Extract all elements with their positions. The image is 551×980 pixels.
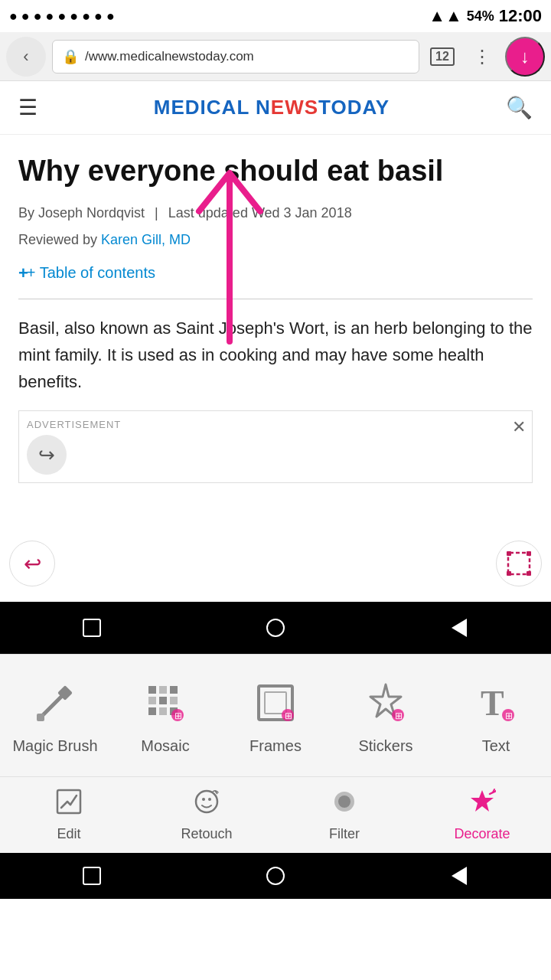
webpage-container: ☰ MEDICAL NEWSTODAY 🔍 Why everyone shoul… (0, 81, 551, 602)
svg-point-38 (338, 795, 350, 808)
text-icon: T ⊞ (469, 676, 523, 730)
decorate-label: Decorate (454, 826, 510, 842)
toc-link[interactable]: + + Table of contents (18, 263, 533, 283)
svg-rect-12 (159, 697, 167, 704)
magic-brush-icon (28, 676, 82, 730)
reviewed-by: Reviewed by Karen Gill, MD (18, 232, 533, 248)
battery-icon: 54% (467, 8, 494, 24)
tab-decorate[interactable]: Decorate (413, 788, 551, 842)
notification-icons: ● ● ● ● ● ● ● ● ● (9, 8, 115, 24)
browser-menu-button[interactable]: ⋮ (465, 40, 499, 74)
magic-brush-label: Magic Brush (12, 737, 97, 755)
svg-rect-2 (527, 551, 531, 556)
tab-filter[interactable]: Filter (276, 788, 413, 842)
bottom-toolbar: Magic Brush ⊞ Mosaic (0, 654, 551, 776)
filter-label: Filter (329, 826, 360, 842)
article-divider (18, 299, 533, 299)
app-nav-back[interactable] (444, 861, 474, 891)
app-nav-recents[interactable] (77, 861, 107, 891)
mosaic-label: Mosaic (141, 737, 189, 755)
svg-point-33 (196, 791, 217, 812)
search-icon[interactable]: 🔍 (506, 95, 533, 120)
back-icon (452, 619, 467, 637)
app-recents-icon (83, 867, 101, 885)
edit-label: Edit (57, 826, 80, 842)
svg-rect-0 (508, 553, 530, 574)
floating-back-button[interactable]: ↩ (9, 541, 55, 586)
author: By Joseph Nordqvist (18, 205, 145, 220)
logo-medical: M (154, 96, 171, 119)
decorate-icon (468, 788, 496, 822)
status-right: ▲▲ 54% 12:00 (429, 6, 542, 26)
url-bar[interactable]: 🔒 /www.medicalnewstoday.com (52, 40, 419, 74)
edit-icon (55, 788, 83, 822)
hamburger-icon[interactable]: ☰ (18, 95, 37, 120)
text-label: Text (482, 737, 510, 755)
svg-text:⊞: ⊞ (174, 710, 182, 721)
bottom-nav: Edit Retouch Filter (0, 776, 551, 853)
ad-forward-icon: ↪ (38, 443, 55, 467)
svg-rect-9 (159, 686, 167, 694)
article-content: Why everyone should eat basil By Joseph … (0, 135, 551, 395)
download-button[interactable]: ↓ (505, 37, 545, 77)
stickers-label: Stickers (358, 737, 412, 755)
svg-rect-8 (148, 686, 156, 694)
article-meta: By Joseph Nordqvist | Last updated Wed 3… (18, 205, 533, 221)
webpage: ☰ MEDICAL NEWSTODAY 🔍 Why everyone shoul… (0, 81, 551, 483)
reviewer-link[interactable]: Karen Gill, MD (101, 232, 191, 247)
svg-text:⊞: ⊞ (505, 710, 513, 721)
download-icon: ↓ (520, 46, 530, 67)
ad-content-icon[interactable]: ↪ (27, 435, 67, 475)
article-intro: Basil, also known as Saint Joseph's Wort… (18, 315, 533, 396)
toc-label: + Table of contents (22, 264, 155, 282)
frames-label: Frames (249, 737, 302, 755)
signal-icon: ▲▲ (429, 6, 462, 26)
filter-icon (331, 788, 358, 822)
svg-text:T: T (481, 684, 504, 723)
status-bar: ● ● ● ● ● ● ● ● ● ▲▲ 54% 12:00 (0, 0, 551, 32)
tool-frames[interactable]: ⊞ Frames (220, 676, 331, 755)
tool-stickers[interactable]: ⊞ Stickers (331, 676, 441, 755)
floating-select-button[interactable] (496, 541, 542, 586)
app-back-icon (452, 867, 467, 885)
status-left: ● ● ● ● ● ● ● ● ● (9, 8, 115, 24)
svg-rect-4 (527, 571, 531, 576)
time: 12:00 (499, 6, 542, 26)
nav-home-button[interactable] (260, 612, 291, 643)
android-nav-browser (0, 602, 551, 654)
browser-back-button[interactable]: ‹ (6, 37, 46, 77)
bottom-android-nav-app (0, 853, 551, 899)
site-header: ☰ MEDICAL NEWSTODAY 🔍 (0, 81, 551, 135)
logo-news: EWS (271, 96, 318, 119)
tool-mosaic[interactable]: ⊞ Mosaic (110, 676, 220, 755)
svg-text:⊞: ⊞ (395, 710, 403, 721)
svg-point-35 (208, 798, 211, 801)
advertisement-popup: ADVERTISEMENT ✕ ↪ (18, 410, 533, 483)
svg-line-32 (70, 795, 77, 805)
ad-label: ADVERTISEMENT (27, 419, 524, 430)
recents-icon (83, 619, 101, 637)
frames-icon: ⊞ (249, 676, 302, 730)
tab-edit[interactable]: Edit (0, 788, 138, 842)
select-region-icon (505, 550, 533, 577)
retouch-icon (193, 788, 220, 822)
ad-close-button[interactable]: ✕ (512, 417, 526, 437)
mosaic-icon: ⊞ (139, 676, 192, 730)
tabs-button[interactable]: 12 (425, 40, 459, 74)
logo-today: TODAY (318, 96, 390, 119)
app-nav-home[interactable] (260, 861, 291, 891)
stickers-icon: ⊞ (359, 676, 412, 730)
svg-point-34 (202, 798, 205, 801)
svg-line-30 (61, 802, 67, 808)
nav-recents-button[interactable] (77, 612, 107, 643)
nav-back-button[interactable] (444, 612, 474, 643)
tab-retouch[interactable]: Retouch (138, 788, 276, 842)
svg-rect-20 (265, 692, 286, 714)
tool-magic-brush[interactable]: Magic Brush (0, 676, 110, 755)
lock-icon: 🔒 (62, 48, 79, 65)
svg-rect-29 (57, 790, 80, 813)
svg-rect-10 (170, 686, 178, 694)
svg-rect-11 (148, 697, 156, 704)
tool-text[interactable]: T ⊞ Text (441, 676, 551, 755)
last-updated: Last updated Wed 3 Jan 2018 (168, 205, 352, 220)
